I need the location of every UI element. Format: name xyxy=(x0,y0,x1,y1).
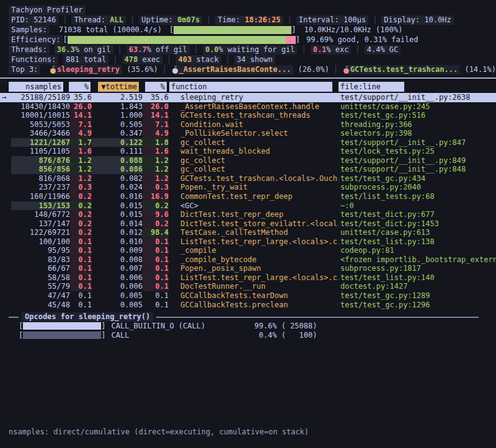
table-row[interactable]: 45/480.10.0050.1GCCallbackTests.preclean… xyxy=(0,301,496,310)
cell-direct-percent: 0.2 xyxy=(70,219,92,229)
cell-tottime: 0.086 xyxy=(92,165,143,174)
group-separator: │ xyxy=(190,45,203,55)
function-stat-suffix: stack xyxy=(192,55,218,64)
cell-file-line: <frozen importlib._bootstrap_externa xyxy=(340,255,496,265)
table-row[interactable]: 5053/50537.10.5057.1Condition.waitthread… xyxy=(0,120,496,130)
cell-file-line: unittest/case.py:613 xyxy=(340,228,496,237)
opcode-bar xyxy=(23,332,101,339)
cell-cumulative-percent: 98.4 xyxy=(143,228,169,237)
table-row[interactable]: 153/1530.20.0150.2<GC>~:0 xyxy=(0,201,496,211)
cell-direct-percent: 0.1 xyxy=(70,291,92,301)
cell-function: ListTest.test_repr_large.<locals>.c... xyxy=(180,273,339,283)
top3-percentage: (26.0%) xyxy=(293,65,329,74)
cell-function: GCTests.test_trashcan_threads xyxy=(180,111,339,120)
functions-label: Functions: xyxy=(9,55,58,64)
cell-cumulative-percent: 0.1 xyxy=(143,273,169,283)
cell-tottime: 0.505 xyxy=(92,120,143,130)
efficiency-bar-open-bracket: [ xyxy=(63,35,67,45)
selected-row-marker xyxy=(0,273,11,283)
table-row[interactable]: 122/697210.20.01298.4TestCase._callTestM… xyxy=(0,228,496,237)
cell-tottime: 2.519 xyxy=(92,93,143,102)
top3-percentage: (14.1%) xyxy=(460,65,496,74)
function-table: →25188/2518935.62.51935.6sleeping_retryt… xyxy=(0,93,496,309)
table-row[interactable]: 47/470.10.0050.1GCCallbackTests.tearDown… xyxy=(0,291,496,301)
function-stat: 881 total xyxy=(63,55,108,64)
opcode-bar-open-bracket: [ xyxy=(19,322,23,331)
selected-row-marker xyxy=(0,201,11,211)
function-stat-suffix: total xyxy=(79,55,106,64)
group-separator: │ xyxy=(108,55,122,64)
group-separator: │ xyxy=(162,55,175,64)
cell-tottime: 0.006 xyxy=(92,273,143,283)
column-header-function[interactable]: function xyxy=(169,82,332,92)
functions-line: Functions: 881 total│478 exec│403 stack│… xyxy=(0,55,496,64)
samples-rate-bar xyxy=(174,26,291,34)
cell-file-line: test/test_list.py:138 xyxy=(340,237,496,247)
stat-group: Thread: ALL xyxy=(71,15,125,25)
cell-cumulative-percent: 1.2 xyxy=(143,156,169,165)
column-header-file-line[interactable]: file:line xyxy=(339,82,404,92)
selected-row-marker xyxy=(0,246,11,255)
table-row[interactable]: 137/1470.20.0140.2DictTest.test_store_ev… xyxy=(0,219,496,229)
samples-rate-text: 10.0KHz/10.0KHz (100%) xyxy=(304,25,402,35)
table-row[interactable]: 856/8561.20.0861.2gc_collecttest/support… xyxy=(0,165,496,174)
cell-tottime: 0.005 xyxy=(92,301,143,310)
cell-function: sleeping_retry xyxy=(180,93,339,102)
table-row[interactable]: 876/8761.20.0881.2gc_collecttest/support… xyxy=(0,156,496,165)
opcode-name: CALL xyxy=(111,331,252,340)
column-header-%[interactable]: % xyxy=(145,82,167,92)
stat-value: ALL xyxy=(110,15,123,24)
table-row[interactable]: 83/830.10.0080.1_compile_bytecode<frozen… xyxy=(0,255,496,265)
table-row[interactable]: 3466/34664.90.3474.9_PollLikeSelector.se… xyxy=(0,129,496,138)
opcode-bar xyxy=(23,322,101,330)
cell-direct-percent: 0.1 xyxy=(70,255,92,265)
status-bar: PID: 52146│Thread: ALL│Uptime: 0m07s│Tim… xyxy=(0,15,496,25)
table-row[interactable]: 1105/11051.60.1111.6wait_threads_blocked… xyxy=(0,147,496,156)
table-row[interactable]: →25188/2518935.62.51935.6sleeping_retryt… xyxy=(0,93,496,102)
cell-cumulative-percent: 4.9 xyxy=(143,129,169,138)
selected-row-marker xyxy=(0,264,11,273)
table-row[interactable]: 100/1000.10.0100.1ListTest.test_repr_lar… xyxy=(0,237,496,247)
table-row[interactable]: 18430/1843026.01.84326.0_AssertRaisesBas… xyxy=(0,102,496,112)
cell-cumulative-percent: 0.1 xyxy=(143,246,169,255)
opcode-row: []CALL_BUILTIN_O (CALL)99.6% ( 25088) xyxy=(0,322,496,331)
table-row[interactable]: 58/580.10.0060.1ListTest.test_repr_large… xyxy=(0,273,496,283)
table-row[interactable]: 148/67720.20.0159.6DictTest.test_repr_de… xyxy=(0,210,496,219)
function-stat: 478 exec xyxy=(122,55,163,64)
efficiency-bar-good-fill xyxy=(68,36,286,44)
table-row[interactable]: 1221/12671.70.1221.8gc_collecttest/suppo… xyxy=(0,138,496,147)
stat-label: Interval: xyxy=(299,15,343,24)
table-row[interactable]: 816/8681.20.0821.2GCTests.test_trashcan.… xyxy=(0,174,496,183)
selected-row-marker xyxy=(0,228,11,237)
thread-stat: 36.3% on gil xyxy=(55,45,113,55)
table-row[interactable]: 160/119660.20.01616.9CommonTest.test_rep… xyxy=(0,192,496,201)
cell-file-line: threading.py:366 xyxy=(340,120,496,130)
table-row[interactable]: 66/670.10.0070.1Popen._posix_spawnsubpro… xyxy=(0,264,496,273)
column-header-%[interactable]: % xyxy=(69,82,91,92)
table-row[interactable]: 10001/1001514.11.00014.1GCTests.test_tra… xyxy=(0,111,496,120)
selected-row-marker xyxy=(0,165,11,174)
cell-file-line: test/test_gc.py:434 xyxy=(340,174,496,183)
opcode-percentage: 99.6% ( 25088) xyxy=(252,322,317,331)
column-header-tottime[interactable]: ▼tottime xyxy=(98,82,139,92)
cell-tottime: 0.347 xyxy=(92,129,143,138)
cell-nsamples: 18430/18430 xyxy=(11,102,70,112)
opcode-bar-close-bracket: ] xyxy=(101,322,105,331)
profiler-window: Tachyon Profiler PID: 52146│Thread: ALL│… xyxy=(0,0,496,448)
thread-stat-suffix: % off gil xyxy=(147,45,187,54)
column-header-nsamples[interactable]: nsamples xyxy=(9,82,63,92)
table-row[interactable]: 95/950.10.0090.1_compilecodeop.py:81 xyxy=(0,246,496,255)
selected-row-marker xyxy=(0,156,11,165)
table-row[interactable]: 55/790.10.0060.1DocTestRunner.__rundocte… xyxy=(0,282,496,291)
cell-cumulative-percent: 0.2 xyxy=(143,219,169,229)
threads-line: Threads: 36.3% on gil│63.7% off gil│0.0%… xyxy=(0,45,496,55)
function-stat-suffix: exec xyxy=(138,55,160,64)
stat-value: 100μs xyxy=(343,15,366,24)
top3-function-name: GCTests.test_trashcan... xyxy=(348,65,460,74)
cell-tottime: 0.009 xyxy=(92,246,143,255)
gold-medal-icon xyxy=(50,66,51,74)
stat-value: 10.0Hz xyxy=(424,15,451,24)
group-separator: │ xyxy=(221,55,234,64)
table-row[interactable]: 237/2370.30.0240.3Popen._try_waitsubproc… xyxy=(0,183,496,192)
selected-row-marker xyxy=(0,282,11,291)
